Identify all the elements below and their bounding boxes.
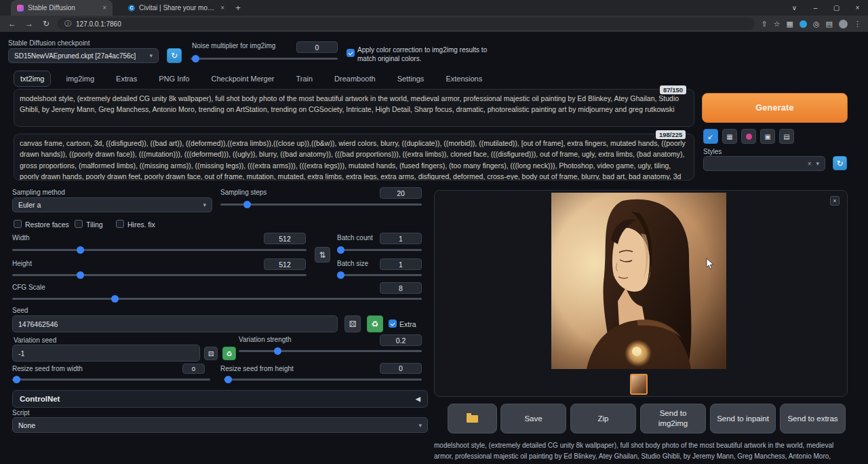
width-slider[interactable] (12, 246, 307, 254)
slider-track[interactable] (12, 298, 422, 300)
noise-multiplier-value[interactable] (296, 41, 338, 53)
tab-close-icon[interactable]: × (220, 4, 224, 12)
batch-size-slider[interactable] (337, 271, 422, 279)
sampling-method-dropdown[interactable]: Euler a ▾ (12, 197, 212, 212)
slider-track[interactable] (191, 58, 338, 60)
slider-track[interactable] (12, 379, 210, 381)
resize-seed-height-value[interactable] (380, 363, 422, 374)
slider-handle[interactable] (111, 295, 119, 303)
extra-seed-label[interactable]: Extra (399, 320, 416, 328)
close-image-button[interactable]: × (830, 196, 840, 206)
restore-faces-label[interactable]: Restore faces (25, 220, 69, 229)
tab-checkpoint-merger[interactable]: Checkpoint Merger (204, 71, 281, 87)
variation-reuse-seed-button[interactable]: ♻ (222, 347, 236, 360)
tiling-label[interactable]: Tiling (86, 220, 103, 229)
clear-styles-icon[interactable]: × (808, 160, 812, 168)
reuse-seed-button[interactable]: ♻ (367, 315, 383, 332)
profile-avatar[interactable] (839, 20, 848, 28)
slider-handle[interactable] (274, 347, 281, 355)
slider-track[interactable] (12, 249, 307, 251)
extra-seed-checkbox[interactable] (389, 320, 397, 328)
styles-refresh-button[interactable]: ↻ (833, 156, 847, 170)
resize-seed-width-value[interactable] (182, 364, 205, 374)
browser-menu-icon[interactable]: ⋮ (854, 20, 861, 28)
generate-button[interactable]: Generate (702, 93, 848, 123)
color-correction-label[interactable]: Apply color correction to img2img result… (357, 45, 490, 63)
height-slider[interactable] (12, 271, 307, 279)
window-maximize-button[interactable]: ▢ (826, 0, 847, 16)
prompt-input[interactable]: modelshoot style, (extremely detailed CG… (14, 89, 694, 127)
tab-close-icon[interactable]: × (102, 4, 106, 12)
apply-style-button[interactable]: ▤ (779, 129, 794, 144)
sidebar-panel-icon[interactable]: ▤ (826, 20, 833, 28)
window-chevron-icon[interactable]: ∨ (784, 0, 805, 16)
generated-image[interactable] (551, 193, 726, 369)
slider-track[interactable] (224, 379, 422, 381)
sampling-steps-value[interactable] (380, 187, 422, 199)
back-icon[interactable]: ← (7, 19, 18, 28)
browser-tab-stable-diffusion[interactable]: Stable Diffusion × (11, 0, 113, 16)
variation-strength-slider[interactable] (239, 347, 422, 355)
slider-handle[interactable] (13, 376, 20, 383)
batch-count-slider[interactable] (337, 246, 422, 254)
color-correction-checkbox[interactable] (347, 49, 355, 57)
site-info-icon[interactable]: ⓘ (64, 19, 71, 28)
checkpoint-refresh-button[interactable]: ↻ (167, 48, 182, 63)
cfg-scale-value[interactable] (380, 282, 422, 294)
forward-icon[interactable]: → (24, 19, 35, 28)
resize-seed-height-slider[interactable] (224, 375, 422, 384)
reload-icon[interactable]: ↻ (41, 19, 52, 28)
tab-dreambooth[interactable]: Dreambooth (328, 71, 382, 87)
save-style-button[interactable]: ▣ (760, 129, 775, 144)
resize-seed-width-slider[interactable] (12, 375, 210, 384)
noise-multiplier-slider[interactable] (191, 54, 338, 63)
batch-size-value[interactable] (380, 258, 422, 270)
send-to-inpaint-button[interactable]: Send to inpaint (710, 404, 776, 433)
checkpoint-dropdown[interactable]: SD15NewVAEpruned.ckpt [27a4ac756c] ▾ (8, 48, 159, 63)
new-tab-button[interactable]: + (231, 1, 245, 16)
hires-fix-label[interactable]: Hires. fix (127, 220, 155, 229)
script-dropdown[interactable]: None ▾ (12, 417, 428, 433)
send-to-img2img-button[interactable]: Send to img2img (640, 404, 706, 433)
orb-extension-icon[interactable]: ◎ (813, 20, 820, 28)
slider-handle[interactable] (77, 246, 84, 254)
cfg-scale-slider[interactable] (12, 294, 422, 303)
extension-dot-icon[interactable] (800, 20, 807, 28)
height-value[interactable] (264, 258, 306, 270)
slider-handle[interactable] (243, 201, 251, 208)
tab-settings[interactable]: Settings (391, 71, 431, 87)
slider-handle[interactable] (337, 271, 344, 279)
width-value[interactable] (264, 233, 306, 244)
palette-button[interactable] (741, 129, 756, 144)
paste-params-button[interactable]: ↙ (703, 129, 718, 144)
browser-tab-civitai[interactable]: C Civitai | Share your models × (122, 0, 231, 16)
tiling-checkbox[interactable] (75, 220, 83, 228)
apps-grid-icon[interactable]: ▦ (787, 20, 793, 28)
hires-fix-checkbox[interactable] (116, 220, 124, 228)
slider-track[interactable] (12, 274, 307, 276)
tab-png-info[interactable]: PNG Info (152, 71, 196, 87)
variation-strength-value[interactable] (380, 334, 422, 346)
tab-extras[interactable]: Extras (109, 71, 144, 87)
slider-handle[interactable] (77, 271, 84, 279)
slider-track[interactable] (337, 274, 422, 276)
window-minimize-button[interactable]: – (805, 0, 826, 16)
gallery-thumbnail[interactable] (630, 374, 648, 395)
variation-seed-input[interactable] (12, 345, 200, 362)
tab-img2img[interactable]: img2img (59, 71, 101, 87)
tab-txt2img[interactable]: txt2img (14, 71, 51, 87)
collapse-arrow-icon[interactable]: ◀ (416, 395, 420, 402)
save-button[interactable]: Save (500, 404, 566, 433)
random-seed-button[interactable]: ⚄ (344, 315, 361, 332)
slider-handle[interactable] (192, 55, 199, 62)
batch-count-value[interactable] (380, 233, 422, 244)
controlnet-section-header[interactable]: ControlNet ◀ (12, 390, 428, 408)
bookmark-star-icon[interactable]: ☆ (774, 20, 781, 28)
swap-dimensions-button[interactable]: ⇅ (315, 247, 330, 263)
open-folder-button[interactable] (448, 404, 497, 433)
zip-button[interactable]: Zip (570, 404, 636, 433)
share-icon[interactable]: ⇧ (761, 20, 767, 28)
address-bar[interactable]: ⓘ 127.0.0.1:7860 (58, 18, 755, 30)
sampling-steps-slider[interactable] (220, 200, 422, 209)
window-close-button[interactable]: × (847, 0, 868, 16)
